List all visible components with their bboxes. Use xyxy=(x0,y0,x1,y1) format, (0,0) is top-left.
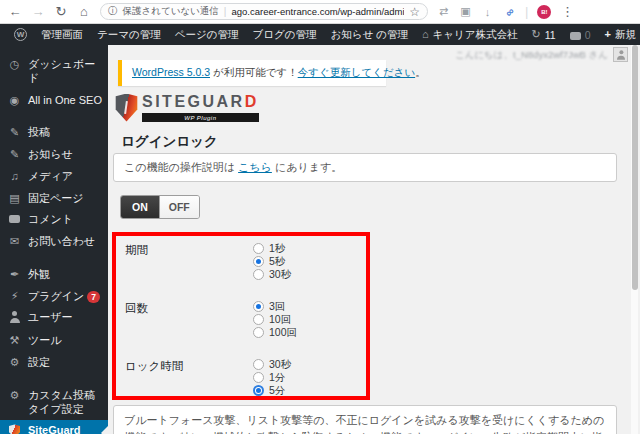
pushpin-icon: ✎ xyxy=(8,148,21,161)
siteguard-shield-icon xyxy=(8,424,21,434)
wp-admin-bar: W 管理画面 テーマの管理 ページの管理 ブログの管理 お知らせ の管理 ⌂ キ… xyxy=(0,24,640,45)
update-now-link[interactable]: 今すぐ更新してください xyxy=(298,66,415,78)
sidebar-item-settings[interactable]: ⚙ 設定 xyxy=(0,352,108,374)
notice-text-end: 。 xyxy=(415,66,426,78)
dashboard-icon: ◷ xyxy=(8,58,21,71)
sidebar-item-media[interactable]: ♫ メディア xyxy=(0,166,108,188)
download-extension-icon[interactable]: ↓ xyxy=(481,6,494,18)
wordpress-version-link[interactable]: WordPress 5.0.3 xyxy=(132,66,210,78)
radio-icon xyxy=(253,256,264,267)
admin-bar-site-menu[interactable]: ⌂ キャリア株式会社 xyxy=(415,24,525,45)
chrome-menu-icon[interactable]: ⋮ xyxy=(560,5,574,18)
avatar[interactable] xyxy=(613,47,628,62)
radio-option[interactable]: 1秒 xyxy=(253,242,291,254)
admin-bar-updates[interactable]: ↻ 11 xyxy=(525,24,563,45)
aioseo-icon: ◉ xyxy=(8,94,21,107)
siteguard-logo: SITEGUARD WP Plugin xyxy=(115,93,259,122)
sidebar-item-plugins[interactable]: ⚡ プラグイン7 xyxy=(0,286,108,308)
forward-icon[interactable]: → xyxy=(31,5,45,18)
gear-icon: ⚙ xyxy=(8,389,21,402)
bookmark-star-icon[interactable]: ☆ xyxy=(409,5,420,19)
appearance-icon: ✒ xyxy=(8,268,21,281)
on-button[interactable]: ON xyxy=(121,196,159,218)
page-title: ログインロック xyxy=(121,133,218,151)
admin-bar-item-blog[interactable]: ブログの管理 xyxy=(246,24,324,45)
feature-description-box: ブルートフォース攻撃、リスト攻撃等の、不正にログインを試みる攻撃を受けにくくする… xyxy=(113,405,617,434)
back-icon[interactable]: ← xyxy=(8,5,22,18)
siteguard-logo-title: SITEGUARD xyxy=(142,93,259,110)
info-text: この機能の操作説明は xyxy=(124,161,238,173)
home-icon[interactable]: ⌂ xyxy=(77,5,91,18)
setting-label: 回数 xyxy=(125,300,253,339)
envelope-icon: ✉ xyxy=(8,235,21,248)
sidebar-item-users[interactable]: ユーザー xyxy=(0,307,108,330)
screenshot-extension-icon[interactable]: ▣ xyxy=(459,5,472,18)
url-separator: | xyxy=(224,6,227,17)
settings-icon: ⚙ xyxy=(8,356,21,369)
radio-option[interactable]: 30秒 xyxy=(253,358,291,370)
admin-bar-item-pages[interactable]: ページの管理 xyxy=(168,24,246,45)
sidebar-separator xyxy=(0,111,108,122)
radio-icon xyxy=(253,372,264,383)
radio-option[interactable]: 5秒 xyxy=(253,255,291,267)
admin-bar-item-dashboard[interactable]: 管理画面 xyxy=(34,24,90,45)
sidebar-item-contact[interactable]: ✉ お問い合わせ xyxy=(0,231,108,253)
scrollbar-thumb[interactable] xyxy=(632,45,638,290)
sidebar-item-pages[interactable]: ▤ 固定ページ xyxy=(0,188,108,210)
off-button[interactable]: OFF xyxy=(159,196,199,218)
notice-text: が利用可能です！ xyxy=(210,66,298,78)
radio-option[interactable]: 3回 xyxy=(253,300,297,312)
sidebar-item-label: 投稿 xyxy=(28,126,50,140)
url-bar[interactable]: ⓘ 保護されていない通信 | ago.career-entrance.com/w… xyxy=(100,3,428,20)
wp-plugin-label: WP Plugin xyxy=(142,113,259,122)
radio-option[interactable]: 30秒 xyxy=(253,268,291,280)
radio-option[interactable]: 1分 xyxy=(253,371,291,383)
main-area: ◷ ダッシュボード ◉ All in One SEO ✎ 投稿 ✎ お知らせ ♫… xyxy=(0,45,640,434)
admin-bar-new[interactable]: + 新規 xyxy=(598,24,640,45)
sidebar-item-dashboard[interactable]: ◷ ダッシュボード xyxy=(0,54,108,90)
link-extension-icon[interactable]: ∞ xyxy=(501,3,519,21)
sidebar-item-aioseo[interactable]: ◉ All in One SEO xyxy=(0,90,108,112)
radio-icon xyxy=(253,359,264,370)
setting-row-count: 回数 3回 10回 100回 xyxy=(125,300,366,339)
sidebar-item-label: All in One SEO xyxy=(28,94,102,108)
sidebar-item-custom-post-type[interactable]: ⚙ カスタム投稿タイプ設定 xyxy=(0,385,108,421)
sidebar-item-news[interactable]: ✎ お知らせ xyxy=(0,144,108,166)
admin-bar-item-news[interactable]: お知らせ の管理 xyxy=(323,24,414,45)
sidebar-item-tools[interactable]: ⚒ ツール xyxy=(0,330,108,352)
reload-icon[interactable]: ↻ xyxy=(54,5,68,18)
update-count: 11 xyxy=(545,29,556,41)
sidebar-item-label: SiteGuard xyxy=(28,424,81,434)
url-text[interactable]: ago.career-entrance.com/wp-admin/admin.p… xyxy=(231,6,404,17)
scrollbar-track[interactable] xyxy=(631,45,638,434)
update-notice: WordPress 5.0.3 が利用可能です！今すぐ更新してください。 xyxy=(118,60,386,86)
sidebar-item-comments[interactable]: コメント xyxy=(0,209,108,231)
admin-bar-item-themes[interactable]: テーマの管理 xyxy=(90,24,168,45)
admin-bar-comments[interactable]: 0 xyxy=(563,24,598,45)
radio-option[interactable]: 5分 xyxy=(253,384,291,396)
sidebar-item-posts[interactable]: ✎ 投稿 xyxy=(0,122,108,144)
sync-extension-icon[interactable]: ⇄ xyxy=(437,5,450,18)
help-link[interactable]: こちら xyxy=(238,161,272,173)
hatena-extension-icon[interactable]: B! xyxy=(537,5,551,19)
radio-option[interactable]: 10回 xyxy=(253,313,297,325)
comment-icon xyxy=(8,213,21,226)
info-text-end: にあります。 xyxy=(272,161,342,173)
howdy-greeting[interactable]: こんにちは、t_N8dyx2wf7JwB さん xyxy=(455,49,608,62)
plugin-update-badge: 7 xyxy=(87,291,100,303)
page: ← → ↻ ⌂ ⓘ 保護されていない通信 | ago.career-entran… xyxy=(0,0,640,434)
sidebar-item-siteguard[interactable]: SiteGuard xyxy=(0,420,108,434)
setting-row-lock-time: ロック時間 30秒 1分 5分 xyxy=(125,358,366,397)
sidebar-item-appearance[interactable]: ✒ 外観 xyxy=(0,264,108,286)
sidebar-item-label: 設定 xyxy=(28,356,50,370)
comment-count: 0 xyxy=(585,29,591,41)
radio-icon xyxy=(253,269,264,280)
radio-group-count: 3回 10回 100回 xyxy=(253,300,297,339)
wordpress-logo-icon: W xyxy=(14,28,27,41)
update-icon: ↻ xyxy=(532,29,541,40)
radio-option[interactable]: 100回 xyxy=(253,326,297,338)
security-label[interactable]: 保護されていない通信 xyxy=(123,5,219,18)
wp-logo-menu[interactable]: W xyxy=(7,24,34,45)
sidebar-item-label: 固定ページ xyxy=(28,192,84,206)
info-icon[interactable]: ⓘ xyxy=(108,5,118,18)
